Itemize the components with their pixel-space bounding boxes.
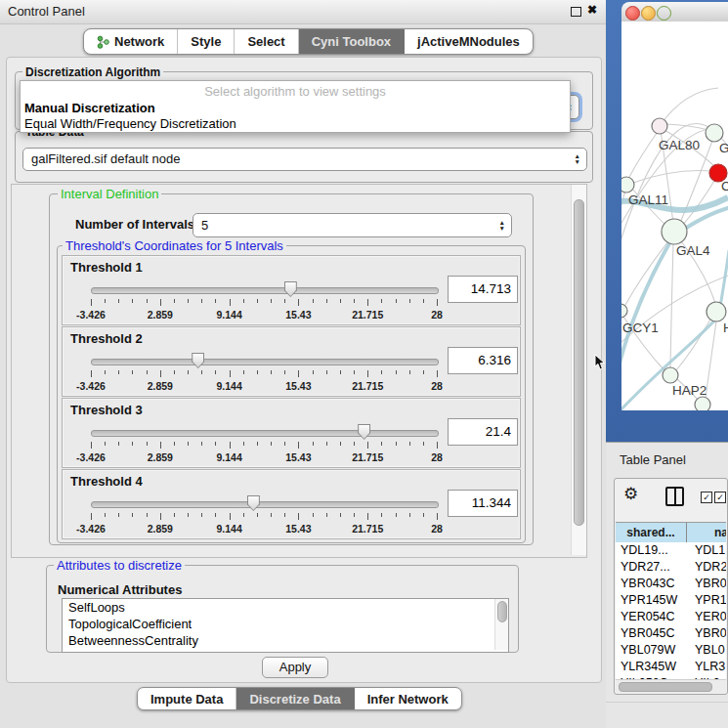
slider-tick [230,442,231,449]
tab-network[interactable]: Network [84,29,178,54]
slider-tick [340,442,341,446]
table-row[interactable]: YDR27...YDR2 [616,559,726,576]
tab-cyni-toolbox[interactable]: Cyni Toolbox [299,29,405,54]
slider-tick [313,370,314,374]
slider-tick [230,370,231,377]
threshold-label: Threshold 2 [70,331,143,346]
slider-tick [326,299,327,303]
network-view[interactable]: GAL80 GA C GAL11 GAL4 GCY1 H HAP2 [621,21,728,410]
list-scrollbar[interactable] [494,599,508,650]
float-window-icon[interactable] [571,7,581,17]
cell-name: YBR0 [691,625,726,642]
threshold-slider[interactable]: -3.4262.8599.14415.4321.71528 [91,497,439,536]
slider-thumb[interactable] [358,424,370,440]
threshold-slider[interactable]: -3.4262.8599.14415.4321.71528 [91,355,439,394]
node-gal11[interactable] [621,177,634,193]
mouse-cursor [594,355,606,370]
tab-label: Select [247,34,284,49]
table-row[interactable]: YDL19...YDL1 [616,542,726,559]
apply-button[interactable]: Apply [262,657,328,678]
gear-icon[interactable]: ⚙ [623,484,638,504]
slider-tick [340,299,341,303]
tab-jactivemnodules[interactable]: jActiveMNodules [405,29,533,54]
column-header-shared-name[interactable]: shared... [616,523,687,543]
tab-discretize-data[interactable]: Discretize Data [236,688,354,709]
list-item[interactable]: BetweennessCentrality [63,632,508,649]
table-row[interactable]: YLR345WYLR3 [616,659,726,675]
list-item[interactable]: TopologicalCoefficient [63,616,508,632]
interval-scrollpane: Interval Definition Number of Intervals … [11,184,587,558]
slider-tick [284,442,285,446]
slider-tick [160,513,161,520]
tab-impute-data[interactable]: Impute Data [138,688,236,709]
node-hap2[interactable] [663,367,678,383]
threshold-slider[interactable]: -3.4262.8599.14415.4321.71528 [91,426,439,465]
tab-infer-network[interactable]: Infer Network [355,688,461,709]
slider-tick [313,442,314,446]
algorithm-option[interactable]: Equal Width/Frequency Discretization [21,116,570,132]
zoom-traffic-light-icon[interactable] [657,6,671,21]
slider-tick-label: 2.859 [131,451,190,463]
slider-tick-label: 21.715 [338,380,397,392]
node-gal80[interactable] [652,118,667,134]
table-row[interactable]: YBR043CYBR0 [616,576,726,592]
node-gal4[interactable] [662,219,687,244]
tab-label: Cyni Toolbox [312,34,391,49]
checkbox-icon[interactable]: ✓ [701,492,712,503]
slider-tick [105,442,106,446]
checkbox-icon[interactable]: ✓ [714,492,726,503]
slider-tick [284,513,285,517]
table-row[interactable]: YBL079WYBL0 [616,642,726,659]
slider-tick [160,299,161,306]
slider-tick [354,299,355,303]
minimize-traffic-light-icon[interactable] [641,6,656,21]
threshold-label: Threshold 1 [70,260,143,275]
num-intervals-combobox[interactable]: 5 ▲▼ [193,213,512,237]
cell-shared-name: YBR043C [616,576,691,592]
threshold-value-field[interactable]: 14.713 [448,276,518,303]
network-frame-titlebar[interactable] [621,2,728,22]
scrollbar-thumb[interactable] [574,199,584,526]
slider-thumb[interactable] [247,495,260,511]
node-h[interactable] [707,302,726,321]
bottom-tab-bar: Impute DataDiscretize DataInfer Network [137,687,462,710]
dropdown-placeholder: Select algorithm to view settings [21,81,570,101]
table-row[interactable]: YER054CYER0 [616,609,726,625]
slider-tick [354,442,355,446]
horizontal-scrollbar[interactable] [616,679,726,693]
tab-select[interactable]: Select [235,29,298,54]
list-item[interactable]: SelfLoops [63,599,508,616]
list-scrollbar-thumb[interactable] [497,601,507,622]
table-data-combobox[interactable]: galFiltered.sif default node ▲▼ [22,148,587,171]
slider-tick [409,370,410,374]
close-icon[interactable]: ✖ [587,3,597,17]
tab-style[interactable]: Style [178,29,235,54]
network-desktop: GAL80 GA C GAL11 GAL4 GCY1 H HAP2 [606,0,728,442]
cell-name: YLR3 [691,659,726,675]
algorithm-option[interactable]: Manual Discretization [21,101,570,116]
slider-tick-label: -3.426 [62,523,120,535]
threshold-slider[interactable]: -3.4262.8599.14415.4321.71528 [91,283,439,322]
slider-thumb[interactable] [192,353,204,368]
slider-tick [396,442,397,446]
slider-tick [91,370,92,377]
slider-track [91,430,439,437]
panel-title: Control Panel [8,4,85,19]
node-gcy1[interactable] [621,304,627,318]
threshold-value-field[interactable]: 6.316 [448,347,518,374]
slider-tick [230,299,231,306]
table-row[interactable]: YBR045CYBR0 [616,625,726,642]
table-row[interactable]: YPR145WYPR1 [616,592,726,609]
slider-tick [147,299,148,303]
threshold-value-field[interactable]: 21.4 [448,418,518,446]
node-bottom[interactable] [695,397,710,410]
columns-icon[interactable] [665,487,684,506]
slider-thumb[interactable] [284,281,297,297]
vertical-scrollbar[interactable] [571,185,586,555]
scrollbar-thumb[interactable] [619,682,712,692]
node-top-right[interactable] [706,124,723,142]
column-header-name[interactable]: na [687,523,726,543]
close-traffic-light-icon[interactable] [625,6,640,21]
slider-track [91,501,439,508]
threshold-value-field[interactable]: 11.344 [448,490,518,517]
